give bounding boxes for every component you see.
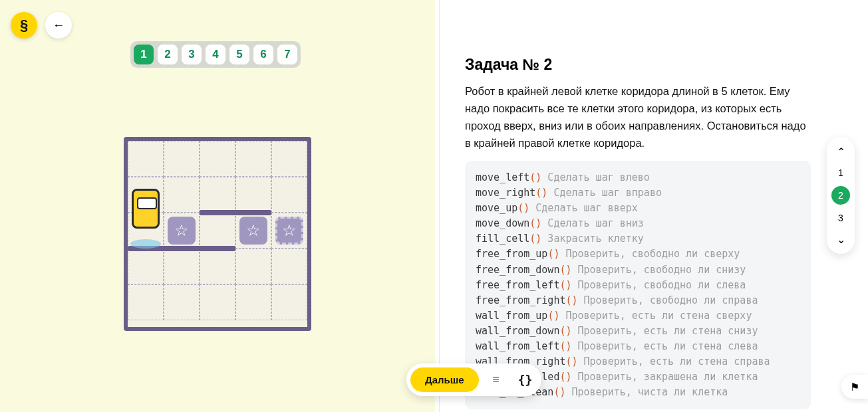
cell bbox=[128, 284, 164, 320]
cell bbox=[235, 141, 271, 177]
next-button[interactable]: Дальше bbox=[410, 367, 479, 392]
api-move_left: move_left() Сделать шаг влево bbox=[476, 170, 800, 185]
step-6[interactable]: 6 bbox=[253, 45, 273, 64]
api-move_down: move_down() Сделать шаг вниз bbox=[476, 216, 800, 231]
robot bbox=[132, 189, 160, 229]
robot-shadow bbox=[130, 239, 161, 249]
star-tile: ☆ bbox=[275, 217, 303, 245]
nav-task-2[interactable]: 2 bbox=[831, 186, 850, 205]
step-3[interactable]: 3 bbox=[182, 45, 202, 64]
cell bbox=[164, 177, 200, 213]
cell bbox=[271, 284, 307, 320]
wall-segment bbox=[200, 210, 271, 215]
nav-up-icon[interactable]: ⌃ bbox=[831, 142, 850, 161]
cell bbox=[128, 141, 164, 177]
api-free_from_left: free_from_left() Проверить, свободно ли … bbox=[476, 278, 800, 293]
game-panel: § ← 1234567 ☆☆☆ bbox=[0, 0, 435, 412]
cell bbox=[164, 284, 200, 320]
api-fill_cell: fill_cell() Закрасить клетку bbox=[476, 231, 800, 247]
api-free_from_right: free_from_right() Проверить, свободно ли… bbox=[476, 293, 800, 308]
cell bbox=[235, 284, 271, 320]
cell bbox=[164, 249, 200, 284]
api-wall_from_left: wall_from_left() Проверить, есть ли стен… bbox=[476, 339, 800, 354]
cell bbox=[235, 249, 271, 284]
cell bbox=[200, 213, 235, 249]
cell bbox=[271, 141, 307, 177]
step-7[interactable]: 7 bbox=[277, 45, 297, 64]
api-wall_from_down: wall_from_down() Проверить, есть ли стен… bbox=[476, 324, 800, 339]
api-move_right: move_right() Сделать шаг вправо bbox=[476, 185, 800, 201]
cell bbox=[271, 249, 307, 284]
task-description: Робот в крайней левой клетке коридора дл… bbox=[465, 82, 811, 152]
nav-task-1[interactable]: 1 bbox=[831, 163, 850, 182]
cell bbox=[200, 249, 235, 284]
api-free_from_down: free_from_down() Проверить, свободно ли … bbox=[476, 262, 800, 278]
api-move_up: move_up() Сделать шаг вверх bbox=[476, 201, 800, 216]
nav-down-icon[interactable]: ⌄ bbox=[831, 230, 850, 249]
cell bbox=[200, 284, 235, 320]
code-mode-icon[interactable]: {} bbox=[513, 368, 537, 392]
star-tile: ☆ bbox=[239, 217, 267, 245]
step-4[interactable]: 4 bbox=[206, 45, 225, 64]
task-panel: Задача № 2 Робот в крайней левой клетке … bbox=[439, 0, 868, 412]
cell bbox=[200, 177, 235, 213]
flag-button[interactable]: ⚑ bbox=[841, 375, 868, 399]
step-5[interactable]: 5 bbox=[229, 45, 249, 64]
star-tile: ☆ bbox=[168, 217, 196, 245]
cell bbox=[164, 141, 200, 177]
cell bbox=[271, 177, 307, 213]
cell bbox=[200, 141, 235, 177]
api-free_from_up: free_from_up() Проверить, свободно ли св… bbox=[476, 247, 800, 262]
task-title: Задача № 2 bbox=[465, 56, 552, 74]
step-2[interactable]: 2 bbox=[158, 45, 178, 64]
nav-task-3[interactable]: 3 bbox=[831, 209, 850, 227]
cell bbox=[128, 249, 164, 284]
api-wall_from_up: wall_from_up() Проверить, есть ли стена … bbox=[476, 308, 800, 324]
step-bar: 1234567 bbox=[130, 41, 301, 68]
bottom-controls: Дальше ≡ {} bbox=[406, 363, 541, 396]
logo[interactable]: § bbox=[11, 12, 37, 39]
text-mode-icon[interactable]: ≡ bbox=[484, 368, 508, 392]
back-button[interactable]: ← bbox=[45, 12, 72, 39]
game-board: ☆☆☆ bbox=[124, 137, 311, 331]
cell bbox=[235, 177, 271, 213]
step-1[interactable]: 1 bbox=[134, 45, 154, 64]
task-nav: ⌃ 123 ⌄ bbox=[827, 137, 855, 254]
